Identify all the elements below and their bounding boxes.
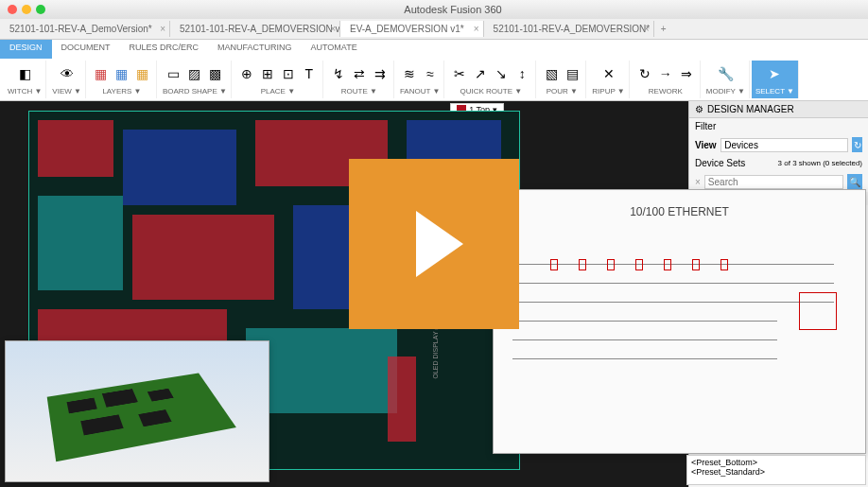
tool-label: BOARD SHAPE ▼ [163, 87, 227, 96]
close-window-button[interactable] [8, 5, 17, 14]
tab-close-icon[interactable]: × [644, 24, 650, 34]
schematic-window[interactable]: 10/100 ETHERNET [493, 189, 866, 454]
traffic-lights [8, 5, 45, 14]
route-icon[interactable]: ⇉ [371, 64, 390, 83]
preset-item[interactable]: <Preset_Bottom> [691, 458, 861, 467]
ribbon-tab-design[interactable]: DESIGN [0, 40, 52, 59]
tab-label: 52101-101-REV-A_DEMOVERSION v1 [180, 24, 340, 34]
route-icon[interactable]: ↯ [329, 64, 348, 83]
search-icon: × [695, 177, 701, 187]
fanout-icon[interactable]: ≈ [421, 64, 440, 83]
pour-icon[interactable]: ▧ [542, 64, 561, 83]
tab-label: 52101-101-REV-A_DEMOVERSION* [494, 24, 651, 34]
device-sets-row: Device Sets 3 of 3 shown (0 selected) [689, 155, 868, 171]
fanout-icon[interactable]: ≋ [400, 64, 419, 83]
document-tab[interactable]: 52101-101-REV-A_DEMOVERSION*× [484, 21, 654, 37]
filter-label: Filter [695, 121, 728, 131]
document-tab[interactable]: 52101-101-REV-A_DemoVersion*× [0, 21, 170, 37]
play-button[interactable] [349, 159, 519, 329]
rework-icon[interactable]: ⇒ [677, 64, 696, 83]
ribbon-tab-rules[interactable]: RULES DRC/ERC [120, 40, 209, 59]
eye-icon[interactable]: 👁 [58, 64, 77, 83]
view-row: View ↻ [689, 134, 868, 155]
tab-close-icon[interactable]: × [474, 24, 479, 34]
count-text: 3 of 3 shown (0 selected) [778, 159, 862, 167]
3d-canvas[interactable] [6, 341, 269, 481]
quickroute-icon[interactable]: ↗ [471, 64, 490, 83]
view-select[interactable] [720, 138, 848, 152]
tool-group-switch: ◧WITCH ▼ [4, 61, 46, 98]
tab-close-icon[interactable]: × [330, 24, 336, 34]
panel-title: ⚙ DESIGN MANAGER [689, 101, 868, 118]
switch-icon[interactable]: ◧ [15, 64, 34, 83]
preset-list: <Preset_Bottom> <Preset_Standard> [686, 455, 866, 485]
cursor-icon[interactable]: ➤ [765, 64, 784, 83]
place-icon[interactable]: ⊞ [258, 64, 277, 83]
tool-label: VIEW ▼ [52, 87, 81, 96]
tool-group-board-shape: ▭▨▩BOARD SHAPE ▼ [159, 61, 232, 98]
tool-group-quick-route: ✂↗↘↕QUICK ROUTE ▼ [446, 61, 536, 98]
place-icon[interactable]: ⊡ [279, 64, 298, 83]
tool-group-pour: ▧▤POUR ▼ [538, 61, 586, 98]
ribbon-tab-manufacturing[interactable]: MANUFACTURING [208, 40, 302, 59]
board-icon[interactable]: ▭ [165, 64, 183, 83]
tool-label: WITCH ▼ [8, 87, 42, 96]
place-icon[interactable]: T [300, 64, 319, 83]
tool-label: QUICK ROUTE ▼ [460, 87, 522, 96]
tool-label: POUR ▼ [547, 87, 578, 96]
tool-group-place: ⊕⊞⊡TPLACE ▼ [234, 61, 323, 98]
minimize-window-button[interactable] [22, 5, 31, 14]
tool-group-fanout: ≋≈FANOUT ▼ [396, 61, 444, 98]
quickroute-icon[interactable]: ↕ [512, 64, 531, 83]
layers-icon[interactable]: ▦ [133, 64, 152, 83]
gear-icon[interactable]: ⚙ [695, 104, 703, 114]
play-icon [416, 211, 463, 277]
view-label: View [695, 140, 717, 150]
3d-pcb-board [47, 374, 236, 462]
preset-item[interactable]: <Preset_Standard> [691, 467, 861, 477]
tool-group-rework: ↻→⇒REWORK [632, 61, 701, 98]
search-button[interactable]: 🔍 [847, 174, 862, 189]
layers-icon[interactable]: ▦ [113, 64, 131, 83]
tab-label: 52101-101-REV-A_DemoVersion* [9, 24, 152, 34]
tool-group-select: ➤SELECT ▼ [752, 61, 799, 98]
pour-icon[interactable]: ▤ [563, 64, 582, 83]
3d-preview-window[interactable] [5, 340, 269, 482]
document-tab[interactable]: 52101-101-REV-A_DEMOVERSION v1× [170, 21, 340, 37]
tool-label: MODIFY ▼ [706, 87, 745, 96]
tool-label: ROUTE ▼ [341, 87, 377, 96]
place-icon[interactable]: ⊕ [237, 64, 256, 83]
route-icon[interactable]: ⇄ [350, 64, 369, 83]
rework-icon[interactable]: → [656, 64, 675, 83]
schematic-canvas[interactable] [494, 226, 865, 434]
tool-label: LAYERS ▼ [102, 87, 141, 96]
panel-title-text: DESIGN MANAGER [707, 104, 794, 114]
tab-close-icon[interactable]: × [160, 24, 165, 34]
board-icon[interactable]: ▨ [185, 64, 204, 83]
search-input[interactable] [704, 175, 843, 189]
tool-label: RIPUP ▼ [592, 87, 624, 96]
tool-group-layers: ▦▦▦LAYERS ▼ [88, 61, 157, 98]
board-icon[interactable]: ▩ [206, 64, 225, 83]
layers-icon[interactable]: ▦ [92, 64, 111, 83]
add-tab-button[interactable]: + [654, 24, 673, 34]
tool-group-route: ↯⇄⇉ROUTE ▼ [325, 61, 394, 98]
document-tab[interactable]: EV-A_DEMOVERSION v1*× [340, 21, 484, 37]
ribbon: DESIGN DOCUMENT RULES DRC/ERC MANUFACTUR… [0, 40, 868, 101]
rework-icon[interactable]: ↻ [635, 64, 654, 83]
zoom-window-button[interactable] [36, 5, 45, 14]
tab-label: EV-A_DEMOVERSION v1* [350, 24, 464, 34]
quickroute-icon[interactable]: ↘ [492, 64, 511, 83]
window-title: Autodesk Fusion 360 [45, 4, 860, 15]
refresh-button[interactable]: ↻ [852, 137, 862, 152]
toolbar: ◧WITCH ▼ 👁VIEW ▼ ▦▦▦LAYERS ▼ ▭▨▩BOARD SH… [0, 59, 868, 100]
ribbon-tab-document[interactable]: DOCUMENT [52, 40, 120, 59]
ribbon-tab-automate[interactable]: AUTOMATE [302, 40, 367, 59]
wrench-icon[interactable]: 🔧 [716, 64, 735, 83]
window-titlebar: Autodesk Fusion 360 [0, 0, 868, 19]
schematic-title: 10/100 ETHERNET [494, 190, 865, 226]
tool-label: SELECT ▼ [755, 87, 794, 96]
ripup-icon[interactable]: ✕ [599, 64, 618, 83]
tool-label: PLACE ▼ [261, 87, 295, 96]
quickroute-icon[interactable]: ✂ [450, 64, 469, 83]
